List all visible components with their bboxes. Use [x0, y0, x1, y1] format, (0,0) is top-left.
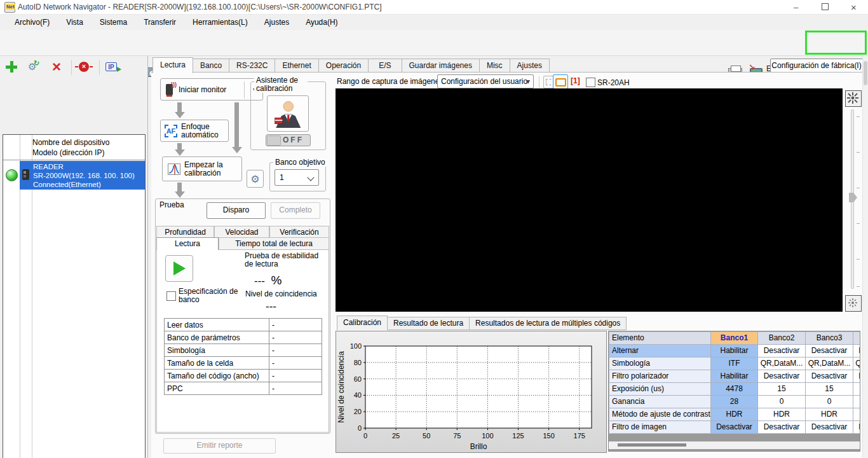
tab-resultados-multiples[interactable]: Resultados de lectura de múltiples códig…: [470, 317, 627, 330]
menu-transferir[interactable]: Transferir: [135, 15, 184, 30]
trigger-button[interactable]: Disparo: [207, 202, 266, 219]
bank-cell[interactable]: Desactivar: [853, 370, 860, 383]
hscroll-thumb[interactable]: [618, 443, 686, 447]
bank-cell[interactable]: QR,DataM...: [806, 357, 853, 370]
ip-settings-icon[interactable]: IP: [105, 62, 117, 71]
tab-ethernet[interactable]: Ethernet: [275, 59, 318, 73]
tab-misc[interactable]: Misc: [480, 59, 510, 73]
vscroll-thumb[interactable]: [864, 61, 867, 85]
bank-row-label[interactable]: Filtro polarizador: [609, 370, 711, 383]
emit-report-button[interactable]: Emitir reporte: [163, 438, 276, 454]
bank-col-header[interactable]: Banco3: [806, 332, 853, 345]
device-row-selected[interactable]: READER SR-2000W(192. 168. 100. 100) Conn…: [3, 161, 145, 190]
autofocus-button[interactable]: AF Enfoque automático: [160, 120, 229, 142]
bank-col-header[interactable]: Elemento: [609, 332, 711, 345]
bank-cell[interactable]: HDR: [853, 408, 860, 421]
bank-cell[interactable]: 0: [758, 396, 806, 408]
bank-col-header[interactable]: Banco2: [758, 332, 806, 345]
bank-cell[interactable]: Desactivar: [758, 345, 806, 357]
bank-row-label[interactable]: Simbología: [609, 357, 711, 370]
bank-cell[interactable]: Desactivar: [806, 345, 853, 357]
bank-col-header[interactable]: Banco1: [711, 332, 758, 345]
slider-tick: [857, 259, 860, 260]
bank-cell[interactable]: 15: [758, 383, 806, 396]
menu-ayuda[interactable]: Ayuda(H): [297, 15, 346, 30]
tab-banco[interactable]: Banco: [193, 59, 229, 73]
camera-image-view[interactable]: [336, 88, 843, 312]
tab-lectura[interactable]: Lectura: [153, 57, 193, 73]
sr20ah-checkbox[interactable]: [586, 78, 595, 87]
bank-cell[interactable]: 28: [711, 396, 758, 408]
menu-herramientas[interactable]: Herramientas(L): [184, 15, 256, 30]
bank-cell[interactable]: Desactivar: [853, 421, 860, 434]
complete-button[interactable]: Completo: [271, 202, 320, 219]
result-tab-bar: Calibración Resultado de lectura Resulta…: [337, 316, 627, 330]
minimize-button[interactable]: –: [782, 0, 810, 15]
menu-ajustes[interactable]: Ajustes: [256, 15, 297, 30]
bank-row-label[interactable]: Exposición (us): [609, 383, 711, 396]
wizard-off-toggle[interactable]: OFF: [266, 134, 311, 146]
bank-row-label[interactable]: Ganancia: [609, 396, 711, 408]
delete-device-icon[interactable]: ×: [52, 61, 61, 73]
range-custom-button[interactable]: [553, 74, 568, 89]
zoom-in-button[interactable]: [845, 90, 862, 107]
tab-operacion[interactable]: Operación: [319, 59, 369, 73]
window-vscrollbar[interactable]: [862, 56, 868, 458]
capture-range-select[interactable]: Configuración del usuario ▾: [437, 74, 534, 88]
bank-cell[interactable]: 0: [853, 396, 860, 408]
bank-spec-checkbox[interactable]: [166, 291, 176, 301]
target-bank-select[interactable]: 1: [275, 169, 319, 186]
bank-cell[interactable]: Desactivar: [711, 421, 758, 434]
tab-ajustes[interactable]: Ajustes: [510, 59, 550, 73]
bank-cell[interactable]: 15: [853, 383, 860, 396]
tab-rs232c[interactable]: RS-232C: [229, 59, 275, 73]
test-tab-tiempo-total[interactable]: Tiempo total de lectura: [219, 237, 329, 250]
start-test-button[interactable]: [165, 255, 193, 282]
bank-cell[interactable]: QR,DataM...: [758, 357, 806, 370]
test-tab-verificacion[interactable]: Verificación: [269, 226, 329, 238]
bank-cell[interactable]: Desactivar: [806, 370, 853, 383]
tab-guardar-imagenes[interactable]: Guardar imágenes: [402, 59, 480, 73]
close-button[interactable]: ×: [839, 0, 868, 15]
bank-cell[interactable]: Habilitar: [711, 345, 758, 357]
menu-vista[interactable]: Vista: [58, 15, 91, 30]
menu-archivo[interactable]: Archivo(F): [6, 15, 58, 30]
bank-cell[interactable]: HDR: [711, 408, 758, 421]
calibration-wizard-button[interactable]: [267, 95, 309, 132]
bank-row-label[interactable]: Filtro de imagen: [609, 421, 711, 434]
bank-cell[interactable]: Habilitar: [711, 370, 758, 383]
zoom-out-button[interactable]: [845, 295, 862, 312]
bank-table-hscrollbar[interactable]: [609, 441, 860, 449]
bank-row-label[interactable]: Método de ajuste de contraste: [609, 408, 711, 421]
add-device-icon[interactable]: [6, 61, 17, 73]
menu-sistema[interactable]: Sistema: [92, 15, 135, 30]
test-tab-velocidad[interactable]: Velocidad: [214, 226, 269, 238]
test-tab-lectura[interactable]: Lectura: [156, 237, 219, 250]
test-tab-profundidad[interactable]: Profundidad: [156, 226, 214, 238]
bank-cell[interactable]: Desactivar: [758, 421, 806, 434]
bank-cell[interactable]: HDR: [758, 408, 806, 421]
code-position-button[interactable]: [1]: [570, 76, 583, 87]
bank-cell[interactable]: Desactivar: [853, 345, 860, 357]
bank-cell[interactable]: QR,DataM...: [853, 357, 860, 370]
restore-button[interactable]: [811, 0, 839, 15]
bank-cell[interactable]: 4478: [711, 383, 758, 396]
bank-cell[interactable]: Desactivar: [758, 370, 806, 383]
bank-cell[interactable]: ITF: [711, 357, 758, 370]
refresh-devices-icon[interactable]: ⚙↻: [28, 61, 36, 73]
bank-row-label[interactable]: Alternar: [609, 345, 711, 357]
start-calibration-button[interactable]: Empezar la calibración: [162, 156, 242, 181]
bank-col-header[interactable]: Banco4: [853, 332, 860, 345]
start-monitor-button[interactable]: ))) Iniciar monitor ▾: [160, 78, 263, 101]
bank-cell[interactable]: Desactivar: [806, 421, 853, 434]
factory-config-button[interactable]: Configuración de fábrica(I): [770, 59, 863, 73]
bank-cell[interactable]: 0: [806, 396, 853, 408]
toggle-handle[interactable]: [267, 135, 281, 146]
calibration-settings-button[interactable]: ⚙: [247, 170, 264, 188]
bank-cell[interactable]: 15: [806, 383, 853, 396]
bank-cell[interactable]: HDR: [806, 408, 853, 421]
tab-resultado-lectura[interactable]: Resultado de lectura: [388, 317, 470, 330]
disconnect-icon[interactable]: ×: [79, 62, 89, 72]
tab-calibracion[interactable]: Calibración: [337, 316, 388, 330]
tab-es[interactable]: E/S: [369, 59, 402, 73]
